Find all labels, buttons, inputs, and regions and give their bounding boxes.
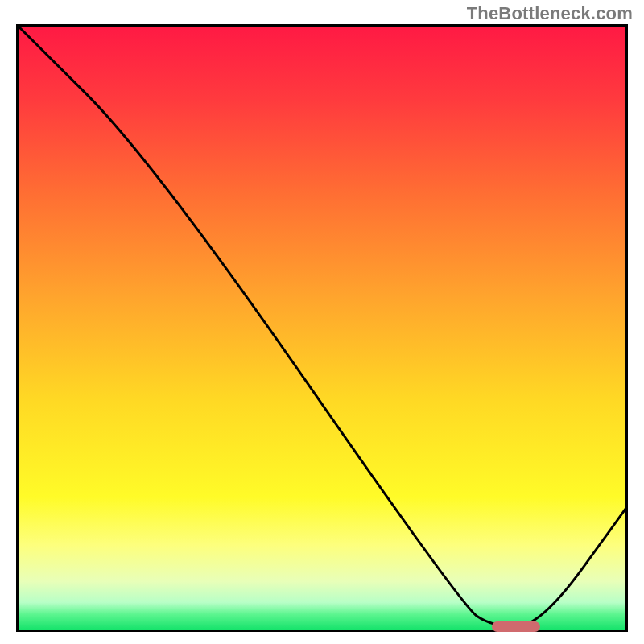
chart-frame: TheBottleneck.com <box>0 0 644 644</box>
bottleneck-curve <box>19 27 625 630</box>
optimal-range-marker <box>492 621 540 632</box>
attribution-text: TheBottleneck.com <box>467 3 633 24</box>
